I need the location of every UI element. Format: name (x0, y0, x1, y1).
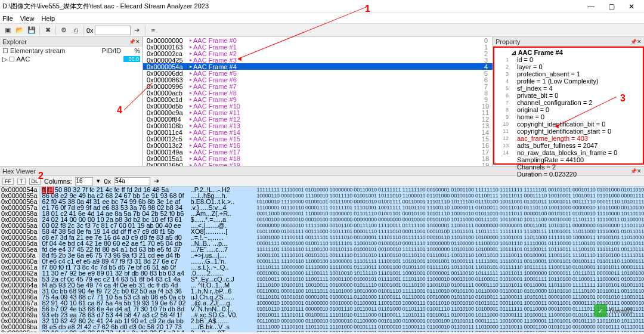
close-button[interactable]: ✕ (621, 1, 642, 13)
hex-cols-label: Columns: (44, 178, 72, 185)
window-title: D:\图像文件\live555_媒体文件\test.aac - Elecard … (2, 2, 581, 11)
property-row: 6private_bit = 0 (498, 92, 639, 99)
hex-viewer-panel: Hex Viewer 📌 ✕ FF T DL Columns: ▾ 0x ➔ 0… (0, 166, 644, 332)
frame-row[interactable]: 0x00000e9a▸AAC Frame #1111 (143, 109, 493, 116)
frame-row[interactable]: 0x00000000▸AAC Frame #00 (143, 37, 493, 44)
frame-row[interactable]: 0x00000863▸AAC Frame #66 (143, 76, 493, 83)
goto-icon[interactable]: ➔ (132, 25, 143, 36)
offset-label: 0x (86, 27, 94, 34)
frame-row[interactable]: 0x00000f84▸AAC Frame #1212 (143, 116, 493, 122)
save-icon[interactable]: 💾 (26, 25, 37, 36)
config-icon[interactable]: ⚙ (58, 25, 69, 36)
watermark: ✓ liwen01 (594, 304, 633, 317)
property-row: 8original = 0 (498, 106, 639, 113)
frame-row[interactable]: 0x00000996▸AAC Frame #77 (143, 83, 493, 89)
property-panel: Property 📌 ✕ ⊿ AAC Frame #4 1id = 02laye… (493, 37, 644, 166)
frame-row[interactable]: 0x000016b0▸AAC Frame #1919 (143, 162, 493, 166)
property-row: 9home = 0 (498, 113, 639, 120)
explorer-item-label: ▷ ☐ AAC (2, 55, 91, 63)
hex-ox-label: 0x (104, 178, 111, 185)
menu-file[interactable]: File (2, 15, 13, 22)
frame-row[interactable]: 0x000011c4▸AAC Frame #1414 (143, 129, 493, 135)
explorer-row-aac[interactable]: ▷ ☐ AAC 00.0 (0, 55, 143, 63)
hex-t-button[interactable]: T (17, 178, 26, 185)
frame-row[interactable]: 0x000012c5▸AAC Frame #1515 (143, 135, 493, 142)
report-icon[interactable]: ⎙ (70, 25, 81, 36)
close-file-icon[interactable]: ✖ (42, 25, 53, 36)
new-icon[interactable]: ▣ (2, 25, 13, 36)
col-pct: % (123, 47, 140, 54)
frame-row[interactable]: 0x0000054a▸AAC Frame #44 (143, 63, 493, 70)
open-icon[interactable]: 📂 (14, 25, 25, 36)
explorer-item-pct: 00.0 (123, 56, 140, 62)
property-row: 1id = 0 (498, 56, 639, 63)
frame-list: 0x00000000▸AAC Frame #000x00000163▸AAC F… (143, 37, 493, 166)
frame-row[interactable]: 0x00000163▸AAC Frame #11 (143, 44, 493, 50)
menu-view[interactable]: View (20, 15, 35, 22)
property-row: 2layer = 0 (498, 63, 639, 70)
explorer-title: Explorer (2, 38, 129, 45)
hex-cols-input[interactable] (75, 177, 93, 185)
frame-row[interactable]: 0x0000149a▸AAC Frame #1717 (143, 149, 493, 155)
col-pid: PID/ID (91, 47, 121, 54)
frame-row[interactable]: 0x00000425▸AAC Frame #33 (143, 57, 493, 63)
col-name: ☐ Elementary stream (2, 47, 91, 55)
hex-dl-button[interactable]: DL (29, 178, 41, 185)
explorer-pin-icon[interactable]: 📌 (129, 39, 135, 45)
property-row: 3protection_absent = 1 (498, 70, 639, 78)
property-header: ⊿ AAC Frame #4 (498, 49, 639, 56)
explorer-header-row: ☐ Elementary stream PID/ID % (0, 47, 143, 55)
property-row: 11copyright_identification_start = 0 (498, 128, 639, 135)
property-row: SamplingRate = 44100 (498, 156, 639, 163)
property-pin-icon[interactable]: 📌 (630, 39, 637, 45)
property-row: Channels = 2 (498, 163, 639, 171)
titlebar: D:\图像文件\live555_媒体文件\test.aac - Elecard … (0, 0, 644, 13)
hex-goto-icon[interactable]: ➔ (154, 177, 159, 185)
property-row: 12aac_frame_length = 403 (498, 135, 639, 142)
menu-help[interactable]: Help (41, 15, 55, 22)
frame-row[interactable]: 0x00000d5b▸AAC Frame #1010 (143, 103, 493, 109)
property-row: 10copyright_identification_bit = 0 (498, 120, 639, 128)
hex-line[interactable]: 0x000006ca39 16 ed 99 e9 38 08 73 ef 1e … (0, 330, 644, 332)
frame-row[interactable]: 0x000013c2▸AAC Frame #1616 (143, 142, 493, 149)
property-title: Property (496, 38, 630, 45)
frame-row[interactable]: 0x00000c1d▸AAC Frame #99 (143, 96, 493, 103)
offset-input[interactable] (95, 26, 131, 35)
wechat-icon: ✓ (594, 304, 607, 317)
toolbar: ▣ 📂 💾 ✖ ⚙ ⎙ 0x ➔ ≡ (0, 24, 644, 37)
maximize-button[interactable]: ▢ (601, 1, 621, 13)
explorer-close-icon[interactable]: ✕ (135, 39, 140, 45)
explorer-panel: Explorer 📌 ✕ ☐ Elementary stream PID/ID … (0, 37, 143, 166)
property-row: 5sf_index = 4 (498, 85, 639, 92)
minimize-button[interactable]: — (581, 1, 601, 13)
frame-row[interactable]: 0x000006dd▸AAC Frame #55 (143, 70, 493, 76)
property-row: 13adts_buffer_fullness = 2047 (498, 142, 639, 149)
property-close-icon[interactable]: ✕ (637, 39, 642, 45)
filter-icon[interactable]: ≡ (148, 25, 159, 36)
frame-row[interactable]: 0x0000108b▸AAC Frame #1313 (143, 122, 493, 129)
property-row: Duration = 0.023220 (498, 171, 639, 178)
property-row: 4profile = 1 (Low Complexity) (498, 78, 639, 85)
property-row: 14no_raw_data_blocks_in_frame = 0 (498, 149, 639, 156)
menubar: File View Help (0, 13, 644, 24)
frame-row[interactable]: 0x000015a1▸AAC Frame #1818 (143, 155, 493, 162)
hex-ff-button[interactable]: FF (2, 178, 14, 185)
frame-row[interactable]: 0x000002ca▸AAC Frame #22 (143, 50, 493, 57)
hex-addr-input[interactable] (114, 177, 150, 185)
frame-row[interactable]: 0x00000acb▸AAC Frame #88 (143, 89, 493, 96)
property-row: 7channel_configuration = 2 (498, 99, 639, 106)
